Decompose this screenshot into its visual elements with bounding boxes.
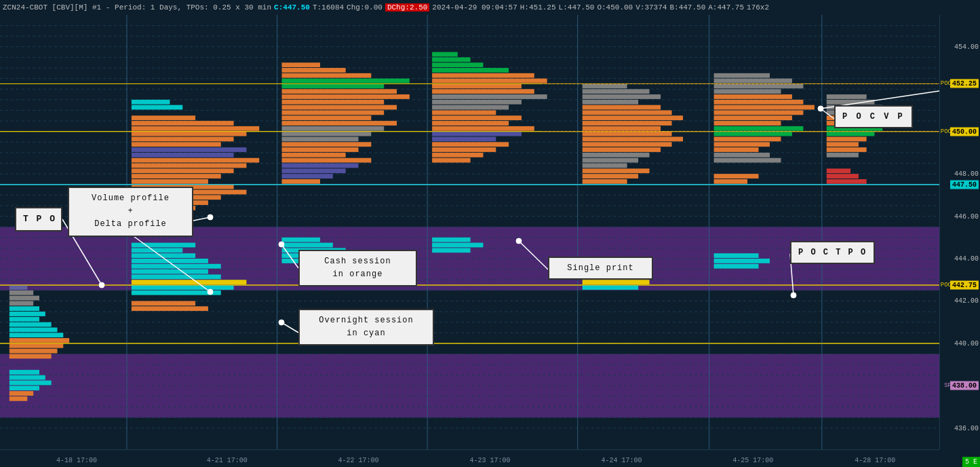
volume-delta-annotation: Volume profile+Delta profile [68,187,193,237]
price-label-442.75: 442.75 [950,281,979,290]
b-value: B:447.50 [669,3,705,12]
price-label-448: 448.00 [954,170,979,178]
price-label-444: 444.00 [954,255,979,263]
single-print-annotation: Single print [548,257,653,280]
price-label-440: 440.00 [954,339,979,347]
tpo-annotation: T P O [15,207,62,231]
price-label-438: 438.00 [950,381,979,390]
price-axis: 454.00POC452.25POC450.00448.00447.50446.… [939,15,980,449]
c-value: C:447.50 [274,3,310,12]
time-label-4-2117:00: 4-21 17:00 [207,457,248,464]
h-value: H:451.25 [520,3,556,12]
chart-container: ZCN24-CBOT [CBV][M] #1 - Period: 1 Days,… [0,0,980,467]
price-label-442: 442.00 [954,297,979,305]
time-label-4-1817:00: 4-18 17:00 [56,457,97,464]
price-label-447.5: 447.50 [950,180,979,189]
dchg-value: DChg:2.50 [385,3,429,12]
price-label-446: 446.00 [954,212,979,220]
time-label-4-2217:00: 4-22 17:00 [338,457,379,464]
time-label-4-2417:00: 4-24 17:00 [601,457,642,464]
v-value: V:37374 [635,3,667,12]
price-label-436: 436.00 [954,424,979,432]
time-label-4-2517:00: 4-25 17:00 [732,457,773,464]
cash-session-annotation: Cash sessionin orange [298,250,417,286]
l-value: L:447.50 [559,3,595,12]
overnight-session-annotation: Overnight sessionin cyan [298,309,434,345]
datetime: 2024-04-29 09:04:57 [432,3,517,12]
chg-value: Chg:0.00 [347,3,383,12]
o-value: O:450.00 [597,3,633,12]
t-value: T:16084 [313,3,344,12]
price-label-450: 450.00 [950,127,979,136]
price-label-454: 454.00 [954,43,979,50]
price-label-452.25: 452.25 [950,79,979,88]
poc-vp-annotation: P O C V P [834,105,913,128]
a-value: A:447.75 [708,3,744,12]
chart-title: ZCN24-CBOT [CBV][M] #1 - Period: 1 Days,… [3,3,271,12]
chart-header: ZCN24-CBOT [CBV][M] #1 - Period: 1 Days,… [0,0,980,15]
extra: 176x2 [747,3,769,12]
time-axis: 4-18 17:004-21 17:004-22 17:004-23 17:00… [0,449,939,467]
version-badge: 5 E [962,457,980,467]
time-label-4-2817:00: 4-28 17:00 [855,457,895,464]
poc-tpo-annotation: P O C T P O [790,241,875,264]
time-label-4-2317:00: 4-23 17:00 [470,457,511,464]
